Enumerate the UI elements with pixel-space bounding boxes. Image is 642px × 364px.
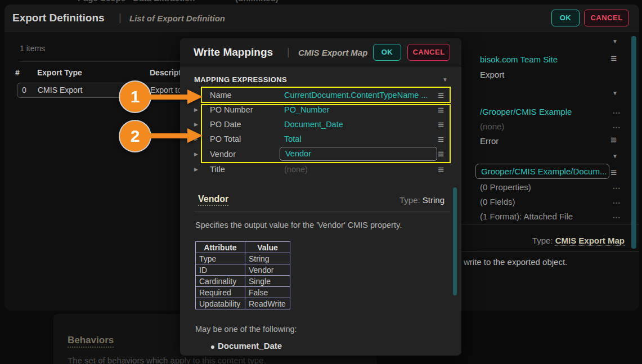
page-cancel-button[interactable]: CANCEL [584,10,629,26]
right-panel-scrollbar[interactable] [631,36,636,249]
list-divider [20,61,184,62]
chevron-right-icon[interactable]: ▶ [194,151,198,157]
dialog-cancel-button[interactable]: CANCEL [407,44,450,61]
mapping-label: PO Total [210,134,241,143]
property-site-link[interactable]: bisok.com Team Site [480,55,558,64]
ellipsis-icon[interactable]: … [612,210,621,220]
mapping-row-name[interactable]: ▶ Name CurrentDocument.ContentTypeName .… [190,88,450,103]
mapping-label: PO Number [210,105,253,114]
background-clipped-row: Page Scope - Data Extraction (unlimited) [0,0,642,4]
help-divider [194,212,450,212]
type-row: Type: CMIS Export Map [532,236,625,245]
mapping-value: CurrentDocument.ContentTypeName ... [284,91,428,100]
ellipsis-icon[interactable]: … [612,106,621,115]
type-description-fragment: write to the exported object. [464,257,567,267]
ellipsis-icon[interactable]: … [612,120,621,130]
property-folder-link[interactable]: /Grooper/CMIS Example [480,107,572,116]
mapping-label: Name [210,91,232,100]
attribute-table: Attribute Value Type String ID Vendor Ca… [195,241,290,309]
callout-1-badge: 1 [120,82,150,112]
row-description: Export to [150,86,182,95]
write-mappings-dialog: Write Mappings | CMIS Export Map OK CANC… [180,38,461,356]
title-separator: | [119,5,122,32]
mapping-row-po-total[interactable]: ▶ PO Total Total ≡ [190,132,450,147]
behaviors-description: The set of behaviors which apply to this… [68,356,266,364]
callout-2-badge: 2 [120,121,150,151]
column-header-number[interactable]: # [15,68,20,77]
chevron-down-icon[interactable]: ▼ [612,153,618,159]
property-fields[interactable]: (0 Fields) [480,197,515,206]
right-panel-divider [461,224,639,224]
menu-icon[interactable]: ≡ [438,164,444,176]
background-text-right: (unlimited) [235,0,279,3]
attribute-header: Attribute [196,242,245,253]
table-row: Updatability ReadWrite [196,298,290,309]
mapping-label: Title [210,165,225,174]
property-export[interactable]: Export [480,70,504,79]
type-value-link[interactable]: CMIS Export Map [555,236,625,246]
mapping-value: (none) [284,165,308,174]
mapping-row-vendor[interactable]: ▶ Vendor Vendor ≡ [190,147,450,163]
help-type-value: String [423,195,445,205]
menu-icon[interactable]: ≡ [438,89,444,102]
property-none[interactable]: (none) [480,122,504,131]
chevron-right-icon[interactable]: ▶ [194,122,198,127]
menu-icon[interactable]: ≡ [438,133,444,146]
chevron-right-icon[interactable]: ▶ [194,107,198,113]
menu-icon[interactable]: ≡ [438,119,444,131]
vendor-value-input[interactable]: Vendor [280,147,437,161]
menu-icon[interactable]: ≡ [610,167,617,179]
value-cell: False [245,287,290,298]
table-header-row: Attribute Value [196,242,290,253]
chevron-down-icon[interactable]: ▼ [612,90,618,96]
ellipsis-icon[interactable]: … [612,196,621,205]
menu-icon[interactable]: ≡ [438,148,444,160]
property-format[interactable]: (1 Format): Attached File [480,212,573,221]
chevron-down-icon[interactable]: ▼ [442,77,448,83]
property-error[interactable]: Error [480,136,499,146]
dialog-header: Write Mappings | CMIS Export Map OK CANC… [180,38,461,66]
mapping-row-title[interactable]: ▶ Title (none) ≡ [190,163,450,177]
document-path-value: Grooper/CMIS Example/Docum... [481,167,607,176]
help-type-row: Type: String [399,195,445,205]
mapping-row-po-date[interactable]: ▶ PO Date Document_Date ≡ [190,118,450,132]
property-properties[interactable]: (0 Properties) [480,182,531,192]
attr-cell: Required [196,287,245,298]
chevron-down-icon[interactable]: ▼ [612,38,618,44]
callout-1-arrowhead-icon [187,89,203,104]
bullet-icon [211,345,214,349]
row-number: 0 [22,86,26,95]
table-row: Type String [196,253,290,264]
dialog-ok-button[interactable]: OK [373,44,401,61]
behaviors-title: Behaviors [68,335,114,348]
help-list-intro: May be one of the following: [195,325,297,334]
chevron-right-icon[interactable]: ▶ [194,167,198,172]
menu-icon[interactable]: ≡ [610,134,617,146]
value-cell: ReadWrite [245,298,290,309]
screen: Page Scope - Data Extraction (unlimited)… [0,0,642,364]
value-cell: String [245,253,290,264]
ellipsis-icon[interactable]: … [612,181,621,191]
attr-cell: Updatability [196,298,245,309]
mapping-expressions-header: MAPPING EXPRESSIONS [194,75,287,84]
column-header-export-type[interactable]: Export Type [37,68,82,77]
mapping-label: PO Date [210,120,241,129]
row-export-type: CMIS Export [38,86,82,95]
page-subtitle: List of Export Definition [129,5,225,32]
document-path-input[interactable]: Grooper/CMIS Example/Docum... [475,164,609,179]
mapping-row-po-number[interactable]: ▶ PO Number PO_Number ≡ [190,103,450,118]
type-label: Type: [532,236,553,245]
help-description: Specifies the output value for the 'Vend… [195,221,402,230]
page-header-bar: Export Definitions | List of Export Defi… [5,5,639,32]
menu-icon[interactable]: ≡ [438,104,444,116]
callout-1-arrow-shaft [147,95,188,100]
value-cell: Single [245,276,290,287]
dialog-title: Write Mappings [194,38,273,66]
dialog-scrollbar[interactable] [453,187,457,295]
page-ok-button[interactable]: OK [551,10,580,26]
background-text-left: Page Scope - Data Extraction [78,0,195,3]
menu-icon[interactable]: ≡ [610,52,617,65]
items-count: 1 items [20,44,45,53]
attr-cell: Type [196,253,245,264]
attr-cell: Cardinality [196,276,245,287]
